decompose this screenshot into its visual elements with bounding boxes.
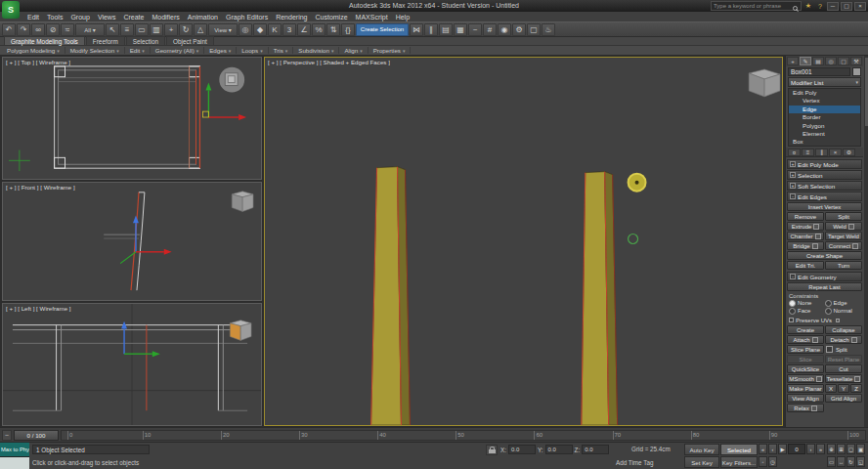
panel-subdivision[interactable]: Subdivision [293, 47, 339, 54]
maxscript-mini-listener[interactable]: Max to Physx [0, 443, 29, 469]
make-planar-z-button[interactable]: Z [850, 384, 862, 393]
select-by-name-icon[interactable]: ≡ [120, 23, 134, 36]
remove-modifier-button[interactable]: × [829, 149, 842, 156]
rollout-edit-geometry[interactable]: - Edit Geometry [787, 272, 862, 281]
selection-set-mode-dropdown[interactable]: Selected [720, 444, 758, 455]
infocenter-search-box[interactable] [711, 1, 802, 11]
make-planar-y-button[interactable]: Y [838, 384, 849, 393]
panel-modify-selection[interactable]: Modify Selection [65, 47, 125, 54]
reset-plane-button[interactable]: Reset Plane [825, 355, 862, 363]
next-frame-button[interactable]: › [806, 444, 815, 454]
zoom-icon[interactable]: ⊕ [827, 444, 836, 454]
brush-cursor[interactable] [629, 174, 646, 192]
viewcube[interactable] [219, 67, 244, 93]
tab-freeform[interactable]: Freeform [86, 36, 125, 45]
curve-editor-icon[interactable]: ~ [468, 23, 482, 36]
maximize-button[interactable]: ▢ [841, 2, 852, 11]
preserve-uvs-checkbox[interactable]: Preserve UVs [787, 316, 862, 324]
insert-vertex-button[interactable]: Insert Vertex [787, 202, 862, 211]
named-selection-set-dropdown[interactable]: Create Selection [356, 23, 409, 36]
chamfer-button[interactable]: Chamfer [787, 232, 824, 240]
edit-tri-button[interactable]: Edit Tri. [787, 261, 824, 270]
panel-tris[interactable]: Tris [269, 47, 294, 54]
chair-wireframe-front[interactable] [104, 192, 145, 290]
menu-graph-editors[interactable]: Graph Editors [222, 14, 272, 21]
y-coordinate-field[interactable]: 0.0 [545, 445, 573, 454]
render-setup-icon[interactable]: ⚙ [512, 23, 526, 36]
edit-named-selection-sets-icon[interactable]: {} [341, 23, 355, 36]
selection-filter-dropdown[interactable]: All ▾ [75, 23, 105, 36]
search-icon[interactable] [790, 0, 801, 15]
remove-button[interactable]: Remove [787, 212, 824, 221]
bind-to-space-warp-icon[interactable]: ≈ [61, 23, 74, 36]
auto-key-button[interactable]: Auto Key [684, 444, 719, 455]
zoom-region-icon[interactable]: ▭ [827, 456, 836, 467]
pan-icon[interactable]: ↔ [837, 456, 846, 467]
panel-geometry-all[interactable]: Geometry (All) [151, 47, 204, 54]
leg-mesh-left[interactable] [371, 167, 411, 425]
tab-graphite-modeling-tools[interactable]: Graphite Modeling Tools [4, 36, 85, 45]
make-planar-x-button[interactable]: X [825, 384, 837, 393]
graphite-ribbon-toggle-icon[interactable]: ▦ [454, 23, 467, 36]
undo-icon[interactable]: ↶ [2, 23, 16, 36]
rollout-edit-poly-mode[interactable]: +Edit Poly Mode [787, 159, 862, 169]
zoom-extents-all-icon[interactable]: ▣ [856, 444, 865, 454]
configure-modifier-sets-button[interactable]: ⚙ [843, 149, 855, 156]
select-and-link-icon[interactable]: ∞ [31, 23, 45, 36]
perspective-viewport-canvas[interactable] [265, 58, 782, 425]
tessellate-button[interactable]: Tessellate [825, 374, 862, 383]
track-bar[interactable]: 0102030405060708090100 [61, 430, 866, 441]
settings-icon[interactable] [836, 319, 840, 322]
listener-input[interactable] [0, 456, 29, 469]
z-coordinate-field[interactable]: 0.0 [582, 445, 609, 454]
viewport-perspective-label[interactable]: [ + ] [ Perspective ] [ Shaded + Edged F… [268, 59, 390, 65]
menu-animation[interactable]: Animation [184, 14, 222, 21]
object-name-field[interactable]: Box001 [788, 67, 850, 76]
target-weld-button[interactable]: Target Weld [825, 232, 862, 240]
tab-object-paint[interactable]: Object Paint [166, 36, 214, 45]
create-button[interactable]: Create [787, 325, 824, 334]
viewport-left-label[interactable]: [ + ] [ Left ] [ Wireframe ] [6, 305, 71, 312]
stack-polygon[interactable]: Polygon [789, 122, 860, 130]
chair-wireframe-left[interactable] [13, 325, 247, 411]
leg-mesh-right[interactable] [582, 172, 618, 425]
spinner-snap-toggle-icon[interactable]: ⇅ [326, 23, 340, 36]
reference-coordinate-dropdown[interactable]: View ▾ [208, 23, 238, 36]
snaps-toggle-icon[interactable]: 3 [282, 23, 296, 36]
layer-manager-icon[interactable]: ▤ [439, 23, 453, 36]
extrude-button[interactable]: Extrude [787, 222, 824, 231]
stack-edit-poly[interactable]: Edit Poly [789, 89, 860, 97]
render-production-icon[interactable]: ♨ [542, 23, 555, 36]
help-icon[interactable]: ? [815, 3, 825, 10]
make-unique-button[interactable]: ∥ [815, 149, 828, 156]
top-viewport-canvas[interactable] [3, 58, 261, 179]
viewport-front[interactable]: [ + ] [ Front ] [ Wireframe ] [2, 182, 262, 301]
quickslice-button[interactable]: QuickSlice [787, 364, 824, 373]
search-input[interactable] [712, 2, 790, 10]
collapse-button[interactable]: Collapse [825, 325, 862, 334]
make-planar-button[interactable]: Make Planar [787, 384, 824, 393]
panel-loops[interactable]: Loops [237, 47, 268, 54]
create-tab[interactable]: + [787, 57, 799, 65]
rollout-edit-edges[interactable]: - Edit Edges [787, 192, 862, 201]
menu-maxscript[interactable]: MAXScript [352, 14, 392, 21]
menu-help[interactable]: Help [392, 14, 413, 21]
key-filters-button[interactable]: Key Filters... [720, 456, 758, 468]
select-and-rotate-icon[interactable]: ↻ [179, 23, 193, 36]
turn-button[interactable]: Turn [825, 261, 862, 270]
maximize-viewport-toggle-icon[interactable]: ◱ [856, 456, 865, 467]
show-end-result-button[interactable]: ≡ [802, 149, 814, 156]
play-button[interactable]: ▶ [778, 444, 787, 454]
viewport-left[interactable]: [ + ] [ Left ] [ Wireframe ] [2, 303, 262, 426]
relax-button[interactable]: Relax [787, 404, 824, 412]
menu-tools[interactable]: Tools [43, 14, 66, 21]
mirror-icon[interactable]: ⋈ [410, 23, 423, 36]
key-mode-toggle-button[interactable]: ◦ [759, 456, 767, 467]
viewport-front-label[interactable]: [ + ] [ Front ] [ Wireframe ] [6, 184, 75, 191]
hierarchy-tab[interactable]: ▤ [812, 57, 824, 65]
split-checkbox[interactable]: Split [825, 345, 862, 354]
panel-edges[interactable]: Edges [204, 47, 237, 54]
grid-align-button[interactable]: Grid Align [825, 394, 862, 403]
tab-selection[interactable]: Selection [126, 36, 165, 45]
align-icon[interactable]: ∥ [424, 23, 438, 36]
